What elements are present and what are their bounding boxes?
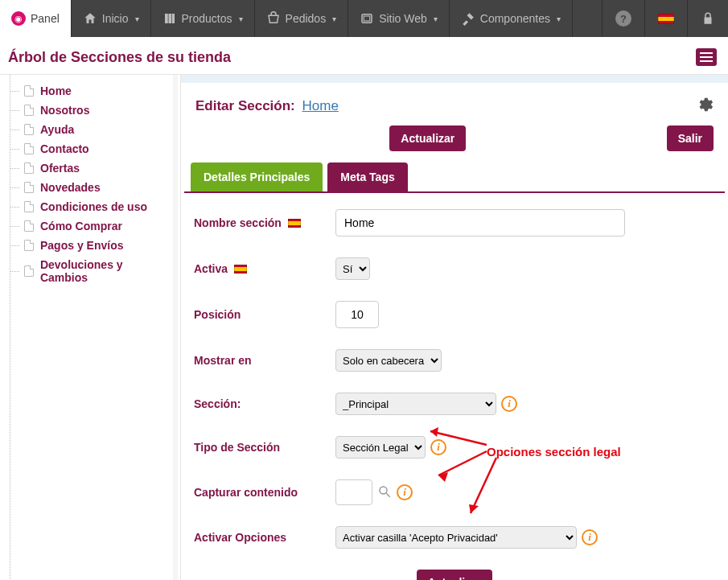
nav-spacer <box>573 0 602 37</box>
nav-language[interactable] <box>644 0 687 37</box>
row-activa: Activa Sí <box>191 257 718 280</box>
content: Editar Sección: Home Actualizar Salir De… <box>181 75 728 580</box>
mostrar-select[interactable]: Solo en cabecera <box>335 349 442 372</box>
chevron-down-icon: ▾ <box>557 14 561 23</box>
row-capturar: Capturar contenido i <box>191 479 718 505</box>
annotation-text: Opciones sección legal <box>487 445 621 459</box>
action-row: Actualizar Salir <box>184 125 725 162</box>
info-bar <box>181 75 728 83</box>
tipo-label: Tipo de Sección <box>191 441 335 454</box>
home-icon <box>83 11 97 26</box>
chevron-down-icon: ▾ <box>135 14 139 23</box>
nav-pedidos-label: Pedidos <box>286 12 327 25</box>
sidebar-item-label: Novedades <box>40 181 101 194</box>
activa-label: Activa <box>194 262 228 275</box>
sidebar-item-label: Devoluciones y Cambios <box>40 258 172 284</box>
orders-icon <box>266 11 281 26</box>
flag-es-icon <box>288 219 301 228</box>
search-icon[interactable] <box>377 484 392 501</box>
row-mostrar: Mostrar en Solo en cabecera <box>191 349 718 372</box>
sidebar-item-condiciones[interactable]: Condiciones de uso <box>0 197 180 216</box>
row-nombre: Nombre sección <box>191 209 718 237</box>
tab-meta[interactable]: Meta Tags <box>327 162 407 191</box>
nav-lock[interactable] <box>687 0 728 37</box>
chevron-down-icon: ▾ <box>332 14 336 23</box>
sidebar-item-label: Contacto <box>40 142 89 155</box>
posicion-label: Posición <box>191 308 335 321</box>
tipo-select[interactable]: Sección Legal <box>335 436 426 459</box>
doc-icon <box>24 124 34 135</box>
nav-productos-label: Productos <box>182 12 232 25</box>
sidebar-item-ofertas[interactable]: Ofertas <box>0 158 180 178</box>
doc-icon <box>24 265 34 277</box>
activa-select[interactable]: Sí <box>335 257 370 280</box>
nav-productos[interactable]: Productos ▾ <box>151 0 255 37</box>
tabs: Detalles Principales Meta Tags <box>184 162 725 193</box>
sidebar-item-contacto[interactable]: Contacto <box>0 139 180 158</box>
brand-icon: ◉ <box>11 11 26 26</box>
row-tipo: Tipo de Sección Sección Legal i <box>191 436 718 459</box>
tab-detalles[interactable]: Detalles Principales <box>191 162 323 191</box>
site-icon <box>360 11 374 26</box>
panel-header: Editar Sección: Home <box>184 83 725 125</box>
doc-icon <box>24 143 34 154</box>
chevron-down-icon: ▾ <box>239 14 243 23</box>
nav-inicio[interactable]: Inicio ▾ <box>72 0 151 37</box>
doc-icon <box>24 162 34 174</box>
row-activar: Activar Opciones Activar casilla 'Acepto… <box>191 526 718 549</box>
help-icon: ? <box>615 10 631 27</box>
svg-line-3 <box>386 493 390 497</box>
nombre-label: Nombre sección <box>194 216 282 229</box>
tools-icon <box>461 11 475 26</box>
nav-pedidos[interactable]: Pedidos ▾ <box>255 0 349 37</box>
sidebar-item-nosotros[interactable]: Nosotros <box>0 101 180 120</box>
doc-icon <box>24 220 34 232</box>
nombre-input[interactable] <box>335 209 625 237</box>
sidebar-item-ayuda[interactable]: Ayuda <box>0 120 180 139</box>
nav-inicio-label: Inicio <box>102 12 129 25</box>
nav-panel-label: Panel <box>31 12 60 25</box>
info-icon[interactable]: i <box>430 439 446 455</box>
actualizar-button-top[interactable]: Actualizar <box>389 125 466 151</box>
info-icon[interactable]: i <box>582 529 598 545</box>
products-icon <box>162 11 177 26</box>
sidebar-item-label: Condiciones de uso <box>40 200 147 213</box>
sidebar-item-home[interactable]: Home <box>0 81 180 101</box>
gear-icon[interactable] <box>696 96 714 116</box>
seccion-label: Sección: <box>191 397 335 410</box>
sidebar-item-label: Nosotros <box>40 104 89 117</box>
sidebar-item-label: Cómo Comprar <box>40 220 122 232</box>
chevron-down-icon: ▾ <box>434 14 438 23</box>
nav-sitio-label: Sitio Web <box>379 12 427 25</box>
salir-button[interactable]: Salir <box>667 125 714 151</box>
sidebar-item-como-comprar[interactable]: Cómo Comprar <box>0 216 180 236</box>
capturar-box[interactable] <box>335 479 372 505</box>
flag-es-icon <box>234 265 247 274</box>
doc-icon <box>24 105 34 116</box>
nav-help[interactable]: ? <box>602 0 644 37</box>
info-icon[interactable]: i <box>501 396 517 412</box>
sidebar-item-pagos[interactable]: Pagos y Envíos <box>0 236 180 255</box>
nav-componentes-label: Componentes <box>480 12 550 25</box>
sidebar-item-novedades[interactable]: Novedades <box>0 178 180 197</box>
nav-panel[interactable]: ◉ Panel <box>0 0 72 37</box>
lock-icon <box>701 11 715 26</box>
posicion-input[interactable] <box>335 301 379 328</box>
page-title: Árbol de Secciones de su tienda <box>8 49 231 66</box>
actualizar-button-bottom[interactable]: Actualizar <box>417 570 493 580</box>
row-seccion: Sección: _Principal i <box>191 393 718 415</box>
flag-es-icon <box>658 14 674 24</box>
info-icon[interactable]: i <box>397 484 413 500</box>
seccion-select[interactable]: _Principal <box>335 393 496 415</box>
nav-componentes[interactable]: Componentes ▾ <box>450 0 573 37</box>
nav-sitio[interactable]: Sitio Web ▾ <box>348 0 450 37</box>
activar-select[interactable]: Activar casilla 'Acepto Privacidad' <box>335 526 577 549</box>
list-view-icon[interactable] <box>696 48 717 66</box>
sidebar-item-label: Ayuda <box>40 123 74 136</box>
sidebar-item-label: Ofertas <box>40 162 80 175</box>
sidebar-item-label: Home <box>40 84 72 97</box>
panel-title-link[interactable]: Home <box>302 98 339 113</box>
panel-title-prefix: Editar Sección: <box>195 98 295 113</box>
doc-icon <box>24 85 34 97</box>
sidebar-item-devoluciones[interactable]: Devoluciones y Cambios <box>0 255 180 287</box>
